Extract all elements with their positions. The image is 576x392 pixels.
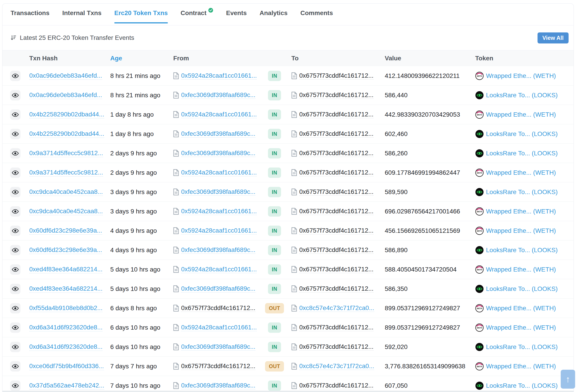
- txn-hash-link[interactable]: 0xc9dca40ca0e452caa8...: [29, 188, 103, 196]
- token-link[interactable]: LooksRare To... (LOOKS): [486, 92, 558, 99]
- txn-hash-link[interactable]: 0x9a3714d5ffecc5c9812...: [29, 169, 103, 177]
- tab-erc20-token-txns[interactable]: Erc20 Token Txns: [114, 4, 168, 25]
- from-address[interactable]: 0x5924a28caaf1cc01661...: [181, 266, 257, 273]
- from-address: 0x6757f73cddf4c161712...: [181, 304, 255, 312]
- col-value: Value: [385, 55, 401, 62]
- txn-hash-link[interactable]: 0x0ac96de0eb83a46efd...: [29, 91, 102, 99]
- token-link[interactable]: LooksRare To... (LOOKS): [486, 343, 558, 351]
- tab-events[interactable]: Events: [226, 4, 247, 25]
- token-link[interactable]: LooksRare To... (LOOKS): [486, 188, 558, 196]
- token-transfer-table-body: 0x0ac96de0eb83a46efd... 8 hrs 21 mins ag…: [2, 66, 574, 392]
- from-address[interactable]: 0xfec3069df398faaf689c...: [181, 382, 255, 389]
- view-transfer-details-button[interactable]: [10, 148, 21, 158]
- token-link[interactable]: LooksRare To... (LOOKS): [486, 285, 558, 293]
- txn-hash-link[interactable]: 0xd6a341d6f923620de8...: [29, 343, 102, 351]
- table-row: 0xed4f83ee364a682214... 5 days 10 hrs ag…: [2, 260, 574, 279]
- from-address[interactable]: 0x5924a28caaf1cc01661...: [181, 111, 257, 118]
- from-address[interactable]: 0xfec3069df398faaf689c...: [181, 91, 255, 99]
- value-text: 586,890: [385, 246, 407, 254]
- txn-hash-link[interactable]: 0x60df6d23c298e6e39a...: [29, 246, 102, 254]
- txn-hash-link[interactable]: 0x0ac96de0eb83a46efd...: [29, 72, 102, 80]
- txn-hash-link[interactable]: 0xed4f83ee364a682214...: [29, 285, 102, 293]
- svg-text:WETH: WETH: [477, 211, 482, 213]
- document-icon: [291, 227, 297, 234]
- token-link[interactable]: LooksRare To... (LOOKS): [486, 382, 558, 389]
- view-transfer-details-button[interactable]: [10, 129, 21, 139]
- token-link[interactable]: Wrapped Ethe... (WETH): [486, 363, 556, 370]
- view-transfer-details-button[interactable]: [10, 264, 21, 275]
- eye-icon: [12, 169, 19, 176]
- token-link[interactable]: Wrapped Ethe... (WETH): [486, 305, 556, 312]
- token-link[interactable]: LooksRare To... (LOOKS): [486, 150, 558, 157]
- weth-token-icon: WETH: [475, 110, 484, 119]
- col-age-sort-link[interactable]: Age: [110, 55, 122, 62]
- token-link[interactable]: Wrapped Ethe... (WETH): [486, 324, 556, 331]
- value-text: 586,350: [385, 285, 407, 293]
- from-address[interactable]: 0xfec3069df398faaf689c...: [181, 285, 255, 293]
- view-transfer-details-button[interactable]: [10, 381, 21, 391]
- token-link[interactable]: LooksRare To... (LOOKS): [486, 130, 558, 138]
- tab-contract[interactable]: Contract: [181, 4, 213, 25]
- token-link[interactable]: Wrapped Ethe... (WETH): [486, 111, 556, 118]
- document-icon: [173, 188, 179, 195]
- txn-hash-link[interactable]: 0x4b2258290b02dbad44...: [29, 111, 104, 119]
- txn-hash-link[interactable]: 0xed4f83ee364a682214...: [29, 266, 102, 273]
- section-title: Latest 25 ERC-20 Token Transfer Events: [20, 34, 134, 41]
- txn-hash-link[interactable]: 0xc9dca40ca0e452caa8...: [29, 208, 103, 215]
- document-icon: [291, 382, 297, 389]
- from-address[interactable]: 0x5924a28caaf1cc01661...: [181, 324, 257, 331]
- from-address[interactable]: 0xfec3069df398faaf689c...: [181, 130, 255, 138]
- txn-hash-link[interactable]: 0x4b2258290b02dbad44...: [29, 130, 104, 138]
- tab-analytics[interactable]: Analytics: [260, 4, 288, 25]
- from-address[interactable]: 0x5924a28caaf1cc01661...: [181, 227, 257, 234]
- txn-hash-link[interactable]: 0x37d5a562ae478eb242...: [29, 382, 104, 390]
- token-link[interactable]: Wrapped Ethe... (WETH): [486, 72, 556, 80]
- page-bottom-strip: [2, 391, 574, 392]
- view-transfer-details-button[interactable]: [10, 342, 21, 352]
- from-address[interactable]: 0x5924a28caaf1cc01661...: [181, 169, 257, 176]
- to-address[interactable]: 0xc8c57e4c73c71f72ca0...: [299, 362, 374, 370]
- token-link[interactable]: Wrapped Ethe... (WETH): [486, 208, 556, 215]
- to-address[interactable]: 0xc8c57e4c73c71f72ca0...: [299, 304, 374, 312]
- from-address[interactable]: 0x5924a28caaf1cc01661...: [181, 208, 257, 215]
- view-transfer-details-button[interactable]: [10, 187, 21, 197]
- token-link[interactable]: Wrapped Ethe... (WETH): [486, 169, 556, 176]
- txn-hash-link[interactable]: 0xce06df75b9b4f60d336...: [29, 362, 104, 370]
- tab-transactions[interactable]: Transactions: [11, 4, 50, 25]
- view-transfer-details-button[interactable]: [10, 322, 21, 333]
- view-transfer-details-button[interactable]: [10, 109, 21, 120]
- view-transfer-details-button[interactable]: [10, 361, 21, 371]
- svg-text:WETH: WETH: [477, 75, 482, 77]
- from-address[interactable]: 0xfec3069df398faaf689c...: [181, 188, 255, 196]
- view-transfer-details-button[interactable]: [10, 226, 21, 236]
- view-transfer-details-button[interactable]: [10, 303, 21, 313]
- token-link[interactable]: LooksRare To... (LOOKS): [486, 246, 558, 254]
- txn-hash-link[interactable]: 0x9a3714d5ffecc5c9812...: [29, 150, 103, 157]
- txn-hash-link[interactable]: 0xd6a341d6f923620de8...: [29, 324, 102, 332]
- txn-hash-link[interactable]: 0xf55da4b9108eb8d0b2...: [29, 304, 102, 312]
- value-text: 609.177846991994862447: [385, 169, 460, 176]
- from-address[interactable]: 0xfec3069df398faaf689c...: [181, 246, 255, 254]
- table-row: 0xed4f83ee364a682214... 5 days 10 hrs ag…: [2, 279, 574, 299]
- to-address: 0x6757f73cddf4c161712...: [299, 246, 374, 254]
- txn-hash-link[interactable]: 0x60df6d23c298e6e39a...: [29, 227, 102, 235]
- view-transfer-details-button[interactable]: [10, 90, 21, 100]
- direction-badge: IN: [268, 226, 281, 236]
- document-icon: [291, 343, 297, 350]
- token-link[interactable]: Wrapped Ethe... (WETH): [486, 227, 556, 234]
- tab-comments[interactable]: Comments: [300, 4, 333, 25]
- scroll-to-top-button[interactable]: ↑: [561, 370, 575, 389]
- view-transfer-details-button[interactable]: [10, 284, 21, 294]
- table-row: 0x60df6d23c298e6e39a... 4 days 9 hrs ago…: [2, 241, 574, 260]
- from-address[interactable]: 0xfec3069df398faaf689c...: [181, 150, 255, 157]
- view-transfer-details-button[interactable]: [10, 71, 21, 81]
- from-address[interactable]: 0xfec3069df398faaf689c...: [181, 343, 255, 351]
- value-text: 3,776.838261653149099638: [385, 363, 465, 370]
- view-all-button[interactable]: View All: [538, 32, 569, 43]
- view-transfer-details-button[interactable]: [10, 245, 21, 255]
- token-link[interactable]: Wrapped Ethe... (WETH): [486, 266, 556, 273]
- view-transfer-details-button[interactable]: [10, 168, 21, 178]
- view-transfer-details-button[interactable]: [10, 206, 21, 217]
- tab-internal-txns[interactable]: Internal Txns: [62, 4, 101, 25]
- from-address[interactable]: 0x5924a28caaf1cc01661...: [181, 72, 257, 80]
